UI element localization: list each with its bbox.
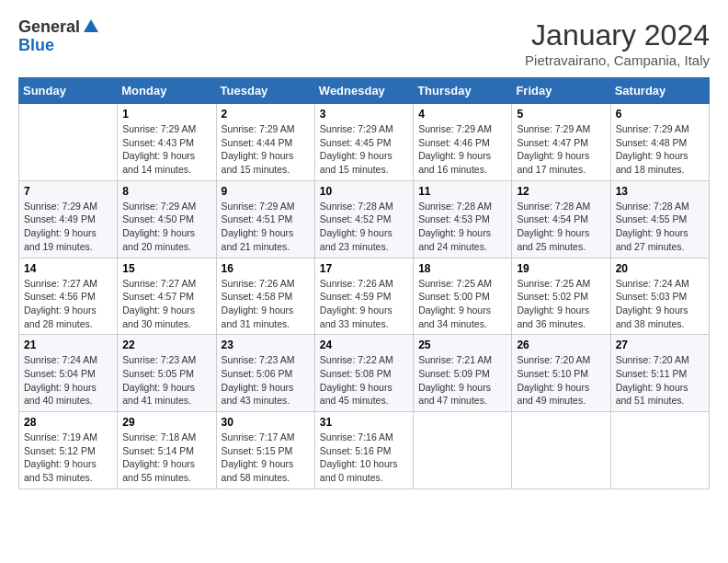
day-number: 22 — [122, 339, 210, 351]
day-info: Sunrise: 7:19 AMSunset: 5:12 PMDaylight:… — [24, 431, 112, 485]
weekday-header-thursday: Thursday — [414, 78, 512, 104]
day-info: Sunrise: 7:28 AMSunset: 4:53 PMDaylight:… — [418, 200, 506, 254]
day-info: Sunrise: 7:25 AMSunset: 5:02 PMDaylight:… — [517, 277, 605, 331]
calendar-cell: 29Sunrise: 7:18 AMSunset: 5:14 PMDayligh… — [118, 412, 216, 489]
day-info: Sunrise: 7:29 AMSunset: 4:43 PMDaylight:… — [122, 122, 210, 177]
day-info: Sunrise: 7:22 AMSunset: 5:08 PMDaylight:… — [320, 353, 408, 408]
day-info: Sunrise: 7:26 AMSunset: 4:59 PMDaylight:… — [320, 277, 408, 331]
calendar-cell: 16Sunrise: 7:26 AMSunset: 4:58 PMDayligh… — [216, 258, 314, 335]
month-title: January 2024 — [525, 18, 710, 52]
calendar-cell — [19, 104, 118, 181]
day-number: 24 — [320, 339, 408, 351]
calendar-cell: 8Sunrise: 7:29 AMSunset: 4:50 PMDaylight… — [118, 180, 216, 258]
calendar-cell: 21Sunrise: 7:24 AMSunset: 5:04 PMDayligh… — [19, 335, 118, 412]
calendar-cell: 9Sunrise: 7:29 AMSunset: 4:51 PMDaylight… — [216, 180, 314, 258]
day-info: Sunrise: 7:27 AMSunset: 4:57 PMDaylight:… — [122, 277, 210, 331]
day-number: 27 — [616, 339, 704, 351]
day-info: Sunrise: 7:23 AMSunset: 5:05 PMDaylight:… — [122, 353, 210, 408]
day-number: 30 — [222, 416, 310, 429]
day-info: Sunrise: 7:20 AMSunset: 5:10 PMDaylight:… — [517, 353, 605, 408]
calendar-cell — [414, 412, 512, 489]
day-number: 9 — [222, 185, 310, 198]
day-number: 12 — [517, 185, 605, 198]
weekday-header-saturday: Saturday — [610, 78, 709, 104]
calendar-cell: 2Sunrise: 7:29 AMSunset: 4:44 PMDaylight… — [216, 104, 314, 181]
day-info: Sunrise: 7:29 AMSunset: 4:51 PMDaylight:… — [222, 200, 310, 254]
day-number: 6 — [616, 108, 704, 121]
calendar-cell — [512, 412, 610, 489]
day-info: Sunrise: 7:29 AMSunset: 4:47 PMDaylight:… — [517, 122, 605, 177]
weekday-header-friday: Friday — [512, 78, 610, 104]
day-info: Sunrise: 7:18 AMSunset: 5:14 PMDaylight:… — [122, 431, 210, 485]
calendar-cell: 6Sunrise: 7:29 AMSunset: 4:48 PMDaylight… — [610, 104, 709, 181]
day-info: Sunrise: 7:28 AMSunset: 4:52 PMDaylight:… — [320, 200, 408, 254]
calendar-cell: 11Sunrise: 7:28 AMSunset: 4:53 PMDayligh… — [414, 180, 512, 258]
calendar-cell: 10Sunrise: 7:28 AMSunset: 4:52 PMDayligh… — [314, 180, 413, 258]
location-title: Pietravairano, Campania, Italy — [525, 52, 710, 68]
calendar-cell: 18Sunrise: 7:25 AMSunset: 5:00 PMDayligh… — [414, 258, 512, 335]
day-number: 23 — [222, 339, 310, 351]
calendar-table: SundayMondayTuesdayWednesdayThursdayFrid… — [18, 77, 710, 489]
calendar-header: SundayMondayTuesdayWednesdayThursdayFrid… — [19, 78, 710, 104]
day-number: 18 — [418, 262, 506, 275]
weekday-header-monday: Monday — [118, 78, 216, 104]
title-section: January 2024 Pietravairano, Campania, It… — [525, 18, 710, 68]
calendar-cell: 15Sunrise: 7:27 AMSunset: 4:57 PMDayligh… — [118, 258, 216, 335]
day-info: Sunrise: 7:20 AMSunset: 5:11 PMDaylight:… — [616, 353, 704, 408]
day-number: 17 — [320, 262, 408, 275]
calendar-cell: 26Sunrise: 7:20 AMSunset: 5:10 PMDayligh… — [512, 335, 610, 412]
day-number: 21 — [24, 339, 112, 351]
calendar-cell — [610, 412, 709, 489]
day-info: Sunrise: 7:28 AMSunset: 4:54 PMDaylight:… — [517, 200, 605, 254]
weekday-header-sunday: Sunday — [19, 78, 118, 104]
calendar-cell: 27Sunrise: 7:20 AMSunset: 5:11 PMDayligh… — [610, 335, 709, 412]
day-number: 4 — [418, 108, 506, 121]
day-number: 29 — [122, 416, 210, 429]
day-info: Sunrise: 7:26 AMSunset: 4:58 PMDaylight:… — [222, 277, 310, 331]
day-number: 31 — [320, 416, 408, 429]
day-info: Sunrise: 7:29 AMSunset: 4:50 PMDaylight:… — [122, 200, 210, 254]
weekday-header-tuesday: Tuesday — [216, 78, 314, 104]
calendar-cell: 24Sunrise: 7:22 AMSunset: 5:08 PMDayligh… — [314, 335, 413, 412]
logo-general: General — [18, 18, 80, 37]
calendar-cell: 12Sunrise: 7:28 AMSunset: 4:54 PMDayligh… — [512, 180, 610, 258]
day-number: 28 — [24, 416, 112, 429]
calendar-cell: 23Sunrise: 7:23 AMSunset: 5:06 PMDayligh… — [216, 335, 314, 412]
day-info: Sunrise: 7:17 AMSunset: 5:15 PMDaylight:… — [222, 431, 310, 485]
calendar-week-1: 1Sunrise: 7:29 AMSunset: 4:43 PMDaylight… — [19, 104, 710, 181]
day-info: Sunrise: 7:29 AMSunset: 4:44 PMDaylight:… — [222, 122, 310, 177]
weekday-header-wednesday: Wednesday — [314, 78, 413, 104]
calendar-cell: 20Sunrise: 7:24 AMSunset: 5:03 PMDayligh… — [610, 258, 709, 335]
day-number: 10 — [320, 185, 408, 198]
calendar-cell: 22Sunrise: 7:23 AMSunset: 5:05 PMDayligh… — [118, 335, 216, 412]
calendar-week-2: 7Sunrise: 7:29 AMSunset: 4:49 PMDaylight… — [19, 180, 710, 258]
logo-icon — [82, 17, 100, 36]
calendar-cell: 7Sunrise: 7:29 AMSunset: 4:49 PMDaylight… — [19, 180, 118, 258]
day-info: Sunrise: 7:29 AMSunset: 4:48 PMDaylight:… — [616, 122, 704, 177]
day-info: Sunrise: 7:24 AMSunset: 5:03 PMDaylight:… — [616, 277, 704, 331]
day-info: Sunrise: 7:29 AMSunset: 4:49 PMDaylight:… — [24, 200, 112, 254]
calendar-cell: 31Sunrise: 7:16 AMSunset: 5:16 PMDayligh… — [314, 412, 413, 489]
day-info: Sunrise: 7:21 AMSunset: 5:09 PMDaylight:… — [418, 353, 506, 408]
day-info: Sunrise: 7:23 AMSunset: 5:06 PMDaylight:… — [222, 353, 310, 408]
day-number: 7 — [24, 185, 112, 198]
day-number: 26 — [517, 339, 605, 351]
day-number: 8 — [122, 185, 210, 198]
svg-marker-0 — [84, 19, 98, 32]
day-number: 20 — [616, 262, 704, 275]
calendar-cell: 30Sunrise: 7:17 AMSunset: 5:15 PMDayligh… — [216, 412, 314, 489]
day-number: 16 — [222, 262, 310, 275]
calendar-week-4: 21Sunrise: 7:24 AMSunset: 5:04 PMDayligh… — [19, 335, 710, 412]
day-info: Sunrise: 7:28 AMSunset: 4:55 PMDaylight:… — [616, 200, 704, 254]
day-info: Sunrise: 7:29 AMSunset: 4:46 PMDaylight:… — [418, 122, 506, 177]
day-info: Sunrise: 7:24 AMSunset: 5:04 PMDaylight:… — [24, 353, 112, 408]
day-info: Sunrise: 7:16 AMSunset: 5:16 PMDaylight:… — [320, 431, 408, 485]
calendar-week-3: 14Sunrise: 7:27 AMSunset: 4:56 PMDayligh… — [19, 258, 710, 335]
calendar-week-5: 28Sunrise: 7:19 AMSunset: 5:12 PMDayligh… — [19, 412, 710, 489]
day-number: 19 — [517, 262, 605, 275]
calendar-cell: 13Sunrise: 7:28 AMSunset: 4:55 PMDayligh… — [610, 180, 709, 258]
day-number: 15 — [122, 262, 210, 275]
weekday-row: SundayMondayTuesdayWednesdayThursdayFrid… — [19, 78, 710, 104]
logo: General Blue — [18, 18, 100, 55]
day-number: 13 — [616, 185, 704, 198]
